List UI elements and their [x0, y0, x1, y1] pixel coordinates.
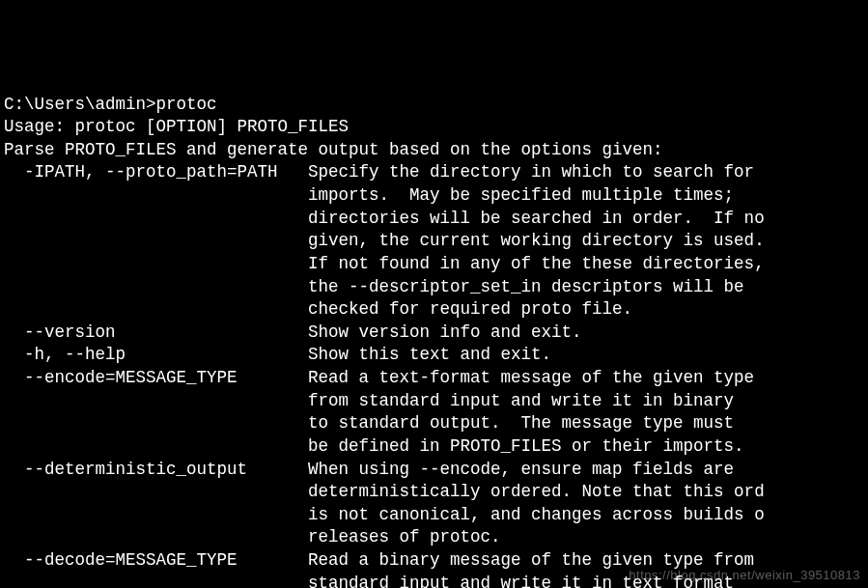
terminal-line: be defined in PROTO_FILES or their impor…: [4, 435, 864, 459]
terminal-line: imports. May be specified multiple times…: [4, 184, 864, 208]
terminal-line: --deterministic_output When using --enco…: [4, 459, 864, 482]
terminal-line: from standard input and write it in bina…: [4, 390, 864, 413]
terminal-line: checked for required proto file.: [4, 298, 864, 322]
terminal-line: If not found in any of the these directo…: [4, 253, 864, 276]
terminal-line: -IPATH, --proto_path=PATH Specify the di…: [4, 161, 864, 184]
terminal-line: Parse PROTO_FILES and generate output ba…: [4, 139, 864, 162]
terminal-line: --encode=MESSAGE_TYPE Read a text-format…: [4, 367, 864, 390]
terminal-line: releases of protoc.: [4, 526, 864, 549]
terminal-line: Usage: protoc [OPTION] PROTO_FILES: [4, 116, 864, 139]
terminal-line: to standard output. The message type mus…: [4, 412, 864, 435]
terminal-line: -h, --help Show this text and exit.: [4, 344, 864, 367]
terminal-line: the --descriptor_set_in descriptors will…: [4, 276, 864, 299]
watermark-text: https://blog.csdn.net/weixin_39510813: [629, 567, 860, 584]
terminal-line: is not canonical, and changes across bui…: [4, 504, 864, 527]
terminal-output[interactable]: C:\Users\admin>protocUsage: protoc [OPTI…: [4, 94, 864, 589]
terminal-line: given, the current working directory is …: [4, 230, 864, 253]
terminal-line: --version Show version info and exit.: [4, 322, 864, 345]
terminal-line: C:\Users\admin>protoc: [4, 94, 864, 117]
terminal-line: directories will be searched in order. I…: [4, 208, 864, 231]
terminal-line: deterministically ordered. Note that thi…: [4, 481, 864, 504]
